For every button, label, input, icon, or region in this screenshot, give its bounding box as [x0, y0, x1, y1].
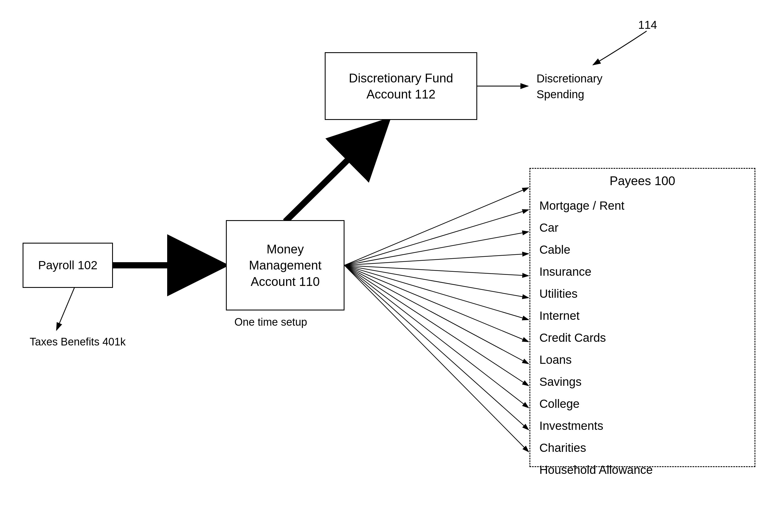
svg-line-9 [344, 188, 529, 265]
money-mgmt-box: MoneyManagementAccount 110 [226, 220, 344, 310]
payees-list: Mortgage / Rent Car Cable Insurance Util… [539, 195, 653, 481]
taxes-benefits-label: Taxes Benefits 401k [30, 334, 126, 349]
discretionary-fund-box: Discretionary FundAccount 112 [325, 52, 477, 120]
discretionary-spending-label: DiscretionarySpending [537, 71, 602, 102]
svg-line-12 [344, 254, 529, 265]
svg-line-10 [344, 210, 529, 265]
payee-college: College [539, 393, 653, 415]
payee-loans: Loans [539, 349, 653, 371]
payee-credit-cards: Credit Cards [539, 327, 653, 349]
svg-line-19 [344, 265, 529, 408]
payees-header: Payees 100 [530, 172, 755, 190]
payee-car: Car [539, 217, 653, 239]
payee-household: Household Allowance [539, 459, 653, 481]
payroll-box: Payroll 102 [23, 243, 113, 288]
payee-cable: Cable [539, 239, 653, 261]
svg-line-11 [344, 232, 529, 265]
ref-114-label: 114 [638, 17, 657, 33]
discretionary-fund-label: Discretionary FundAccount 112 [349, 70, 453, 102]
one-time-setup-label: One time setup [234, 315, 307, 330]
payroll-label: Payroll 102 [38, 258, 97, 273]
svg-line-17 [344, 265, 529, 364]
payee-internet: Internet [539, 305, 653, 327]
svg-line-18 [344, 265, 529, 386]
money-mgmt-label: MoneyManagementAccount 110 [249, 241, 321, 290]
payee-mortgage: Mortgage / Rent [539, 195, 653, 217]
payee-savings: Savings [539, 371, 653, 393]
payee-charities: Charities [539, 437, 653, 459]
payee-insurance: Insurance [539, 261, 653, 283]
svg-line-20 [344, 265, 529, 430]
diagram: Payroll 102 MoneyManagementAccount 110 D… [0, 0, 774, 532]
svg-line-16 [344, 265, 529, 342]
payee-investments: Investments [539, 415, 653, 437]
payee-utilities: Utilities [539, 283, 653, 305]
svg-line-21 [344, 265, 529, 452]
